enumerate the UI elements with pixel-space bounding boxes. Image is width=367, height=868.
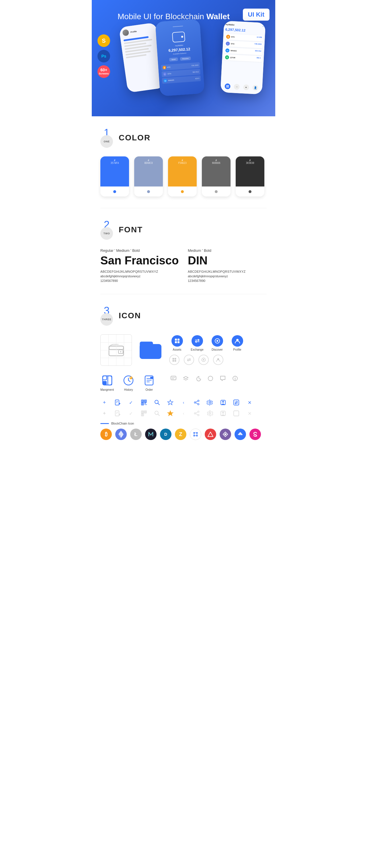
svg-line-92 bbox=[196, 412, 198, 413]
nav-icon-profile-gray bbox=[213, 355, 223, 365]
font-sf: Regular ' Medium ' Bold San Francisco AB… bbox=[101, 248, 179, 282]
svg-rect-53 bbox=[142, 401, 143, 402]
blockchain-label-row: BlockChain Icon bbox=[101, 422, 266, 425]
svg-point-94 bbox=[209, 412, 211, 414]
svg-rect-22 bbox=[173, 358, 174, 360]
crypto-streamr bbox=[250, 429, 261, 440]
svg-rect-18 bbox=[177, 341, 179, 343]
nav-icons-gray bbox=[169, 355, 245, 365]
svg-rect-17 bbox=[175, 341, 177, 343]
speech-icon bbox=[219, 374, 227, 382]
svg-rect-55 bbox=[145, 401, 146, 402]
blockchain-line bbox=[101, 423, 109, 424]
phone-right: myWallet + 6,297,502.12 ₿ BTC 12-298 Ξ bbox=[221, 21, 266, 95]
svg-marker-88 bbox=[168, 411, 173, 416]
svg-point-7 bbox=[120, 351, 121, 352]
color-swatches: #3574FA #8DA0C8 #F5A623 #666666 #303030 bbox=[101, 156, 266, 196]
export-icon-gray bbox=[219, 409, 227, 417]
font-section-header: 2 TWO FONT bbox=[101, 220, 266, 240]
icon-section-header: 3 THREE ICON bbox=[101, 306, 266, 326]
crypto-icons-row: ₿ Ł D Z bbox=[101, 429, 266, 440]
font-grid: Regular ' Medium ' Bold San Francisco AB… bbox=[101, 248, 266, 282]
utility-icons-blue: + ✓ bbox=[101, 399, 266, 406]
svg-rect-85 bbox=[142, 414, 143, 415]
section1-number: 1 ONE bbox=[101, 128, 113, 148]
font-title: FONT bbox=[119, 225, 143, 234]
check-icon-gray: ✓ bbox=[127, 409, 135, 417]
svg-rect-15 bbox=[175, 339, 177, 341]
plus-icon-gray: + bbox=[101, 409, 108, 417]
settings-icon-gray bbox=[206, 409, 214, 417]
crypto-iota bbox=[190, 429, 201, 440]
crypto-zcash: Z bbox=[175, 429, 186, 440]
icon-guide-box bbox=[101, 334, 132, 366]
svg-point-91 bbox=[194, 413, 196, 414]
svg-rect-83 bbox=[145, 411, 146, 412]
nav-icon-profile: Profile bbox=[229, 335, 245, 351]
crypto-kyber bbox=[220, 429, 231, 440]
svg-marker-113 bbox=[224, 433, 227, 435]
crypto-neo bbox=[145, 429, 157, 440]
svg-point-70 bbox=[209, 402, 211, 403]
export-icon bbox=[219, 399, 227, 406]
svg-rect-81 bbox=[142, 411, 143, 412]
star-icon bbox=[166, 399, 174, 406]
star-icon-orange bbox=[166, 409, 174, 417]
swap-icon bbox=[232, 399, 240, 406]
svg-rect-25 bbox=[175, 360, 176, 362]
utility-icons-section: + ✓ bbox=[101, 399, 266, 440]
utility-icons-gray: + ✓ bbox=[101, 409, 266, 417]
chat-icon bbox=[169, 374, 177, 382]
font-section: 2 TWO FONT Regular ' Medium ' Bold San F… bbox=[92, 208, 275, 294]
icon-mangment: Mangment bbox=[101, 374, 114, 391]
phones-display: Profile myWallet bbox=[101, 19, 266, 99]
svg-point-66 bbox=[198, 404, 199, 405]
svg-point-89 bbox=[198, 411, 199, 412]
svg-rect-14 bbox=[140, 344, 161, 359]
swatch-orange: #F5A623 bbox=[168, 156, 197, 196]
icon-order: Order bbox=[143, 374, 155, 391]
svg-rect-16 bbox=[177, 339, 179, 341]
misc-icon-group bbox=[169, 374, 239, 382]
icon-title: ICON bbox=[119, 311, 141, 320]
svg-line-87 bbox=[158, 414, 160, 416]
svg-line-93 bbox=[196, 414, 198, 415]
icon-section: 3 THREE ICON bbox=[92, 294, 275, 454]
share-icon bbox=[193, 399, 201, 406]
icon-construction-row: Assets Exchange bbox=[101, 334, 266, 366]
swatch-blue: #3574FA bbox=[101, 156, 129, 196]
svg-rect-0 bbox=[227, 85, 228, 87]
info-icon bbox=[231, 374, 239, 382]
bottom-icons-row: Mangment History Order bbox=[101, 374, 266, 391]
settings-icon bbox=[206, 399, 214, 406]
search-icon bbox=[153, 399, 161, 406]
swatch-dark: #303030 bbox=[236, 156, 264, 196]
svg-line-63 bbox=[158, 403, 160, 405]
svg-rect-75 bbox=[115, 411, 119, 416]
crypto-bat bbox=[234, 429, 246, 440]
font-din: Medium ' Bold DIN ABCDEFGHIJKLMNOPQRSTUV… bbox=[188, 248, 266, 282]
svg-rect-1 bbox=[228, 85, 229, 87]
close-icon-gray: ✕ bbox=[246, 409, 253, 417]
svg-point-43 bbox=[208, 376, 213, 381]
swap-icon-gray bbox=[232, 409, 240, 417]
swatch-gray: #666666 bbox=[202, 156, 230, 196]
svg-point-67 bbox=[194, 402, 196, 403]
svg-rect-74 bbox=[234, 400, 239, 405]
nav-icon-assets: Assets bbox=[169, 335, 185, 351]
svg-rect-40 bbox=[171, 376, 176, 380]
crypto-avax bbox=[205, 429, 216, 440]
nav-icons-top: Assets Exchange bbox=[169, 335, 245, 351]
moon-icon bbox=[194, 374, 202, 382]
svg-rect-57 bbox=[142, 403, 143, 404]
color-title: COLOR bbox=[119, 133, 150, 143]
crypto-ethereum bbox=[115, 429, 127, 440]
phone-center: myWallet 6,297,502.12 Available Balance … bbox=[155, 19, 205, 96]
swatch-gray-blue: #8DA0C8 bbox=[134, 156, 163, 196]
svg-rect-3 bbox=[228, 87, 229, 88]
svg-rect-98 bbox=[234, 411, 239, 416]
svg-rect-24 bbox=[173, 360, 174, 362]
circle-icon bbox=[206, 374, 215, 382]
search-icon-gray bbox=[153, 409, 161, 417]
nav-icon-discover-gray bbox=[198, 355, 209, 365]
